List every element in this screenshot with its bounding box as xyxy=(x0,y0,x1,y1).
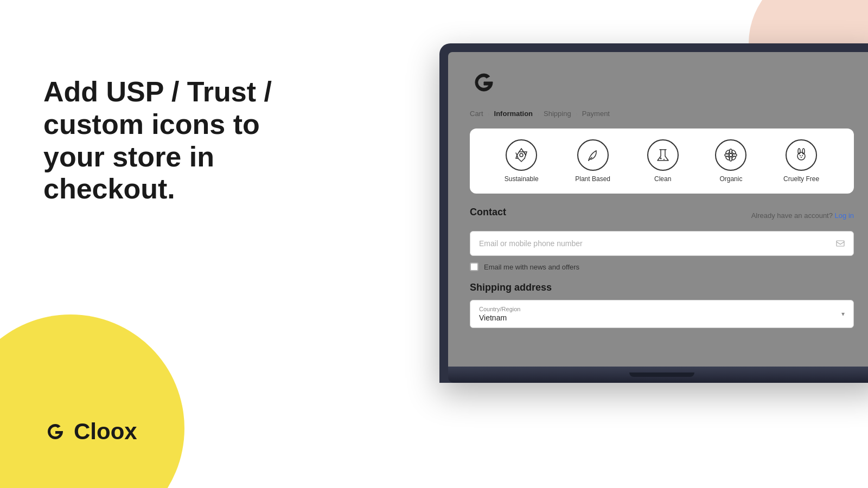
breadcrumb: Cart › Information › Shipping › Payment xyxy=(470,110,854,118)
usp-organic: Organic xyxy=(715,139,746,183)
recycle-icon xyxy=(513,146,530,164)
breadcrumb-sep-2: › xyxy=(537,110,539,118)
country-value: Vietnam xyxy=(479,313,845,322)
usp-clean: Clean xyxy=(647,139,679,183)
contact-header: Contact Already have an account? Log in xyxy=(470,207,854,224)
svg-point-2 xyxy=(660,158,661,159)
laptop-container: Cart › Information › Shipping › Payment xyxy=(439,43,868,383)
flask-icon xyxy=(654,146,672,164)
usp-clean-label: Clean xyxy=(654,175,671,183)
svg-point-18 xyxy=(801,157,802,158)
usp-cruelty-free-icon xyxy=(786,139,817,171)
store-logo xyxy=(470,68,854,97)
usp-cruelty-free-label: Cruelty Free xyxy=(783,175,819,183)
svg-point-3 xyxy=(663,159,665,160)
headline-container: Add USP / Trust / custom icons to your s… xyxy=(43,43,326,206)
breadcrumb-cart[interactable]: Cart xyxy=(470,110,483,118)
breadcrumb-shipping[interactable]: Shipping xyxy=(544,110,571,118)
country-label: Country/Region xyxy=(479,306,845,312)
checkout-page: Cart › Information › Shipping › Payment xyxy=(448,52,868,367)
svg-rect-19 xyxy=(837,241,844,246)
cloox-logo-text: Cloox xyxy=(74,419,137,445)
cloox-icon xyxy=(43,420,67,444)
country-arrow: ▾ xyxy=(841,310,845,318)
usp-cruelty-free: Cruelty Free xyxy=(783,139,819,183)
breadcrumb-information[interactable]: Information xyxy=(494,110,533,118)
usp-clean-icon xyxy=(647,139,679,171)
breadcrumb-sep-1: › xyxy=(488,110,490,118)
usp-plant-based: Plant Based xyxy=(575,139,610,183)
laptop-notch xyxy=(629,373,694,377)
contact-title: Contact xyxy=(470,207,506,218)
left-panel: Add USP / Trust / custom icons to your s… xyxy=(0,0,358,488)
usp-organic-icon xyxy=(715,139,746,171)
newsletter-checkbox[interactable] xyxy=(470,262,478,271)
email-input-container[interactable]: Email or mobile phone number xyxy=(470,231,854,256)
store-logo-svg xyxy=(470,68,498,97)
svg-point-4 xyxy=(729,153,732,157)
breadcrumb-payment[interactable]: Payment xyxy=(582,110,610,118)
login-link[interactable]: Log in xyxy=(835,211,854,220)
bunny-icon xyxy=(793,146,810,164)
contact-login-text: Already have an account? Log in xyxy=(751,211,854,220)
svg-point-17 xyxy=(802,155,803,156)
usp-plant-based-label: Plant Based xyxy=(575,175,610,183)
breadcrumb-sep-3: › xyxy=(576,110,578,118)
already-account-text: Already have an account? xyxy=(751,211,833,220)
usp-organic-label: Organic xyxy=(719,175,742,183)
svg-point-0 xyxy=(520,153,523,157)
usp-sustainable-icon xyxy=(506,139,537,171)
laptop-outer: Cart › Information › Shipping › Payment xyxy=(439,43,868,383)
laptop-screen: Cart › Information › Shipping › Payment xyxy=(448,52,868,367)
input-icon xyxy=(836,239,845,248)
svg-point-16 xyxy=(800,155,801,156)
leaf-icon xyxy=(584,146,602,164)
flower-icon xyxy=(722,146,739,164)
laptop-base xyxy=(448,367,868,383)
main-headline: Add USP / Trust / custom icons to your s… xyxy=(43,76,326,206)
newsletter-row: Email me with news and offers xyxy=(470,262,854,271)
usp-plant-based-icon xyxy=(577,139,609,171)
usp-banner: Sustainable Plant Based xyxy=(470,129,854,194)
newsletter-label: Email me with news and offers xyxy=(484,263,579,271)
shipping-title: Shipping address xyxy=(470,282,854,293)
usp-sustainable: Sustainable xyxy=(505,139,539,183)
country-select[interactable]: Country/Region Vietnam ▾ xyxy=(470,300,854,328)
email-placeholder: Email or mobile phone number xyxy=(479,239,583,248)
cloox-logo: Cloox xyxy=(43,419,326,445)
usp-sustainable-label: Sustainable xyxy=(505,175,539,183)
